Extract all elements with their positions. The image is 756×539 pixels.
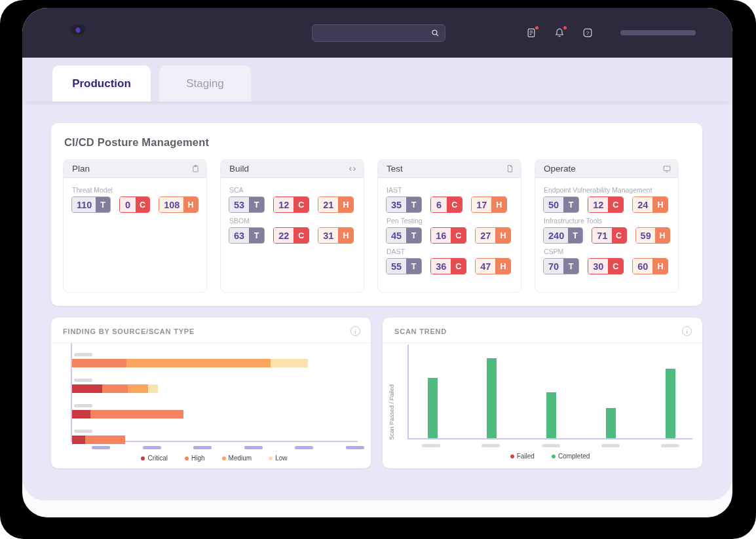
total-badge[interactable]: 53T xyxy=(229,196,265,213)
total-badge[interactable]: 70T xyxy=(543,258,579,274)
badge-value: 27 xyxy=(476,228,495,243)
legend-label: Failed xyxy=(517,453,535,460)
high-badge[interactable]: 17H xyxy=(471,196,507,213)
high-badge[interactable]: 31H xyxy=(318,227,354,244)
metric-row: Endpoint Vulnerability Management50T12C2… xyxy=(543,186,670,213)
notification-dot xyxy=(535,26,539,29)
critical-badge[interactable]: 12C xyxy=(273,196,309,213)
critical-badge[interactable]: 12C xyxy=(588,196,624,213)
card-header: Test xyxy=(378,160,521,178)
bar-segment-high xyxy=(102,384,128,393)
total-badge[interactable]: 63T xyxy=(229,227,265,244)
badge-value: 35 xyxy=(387,197,406,212)
info-icon[interactable]: i xyxy=(682,326,692,336)
badge-value: 45 xyxy=(387,228,406,243)
critical-badge[interactable]: 71C xyxy=(592,227,626,244)
user-menu-placeholder[interactable] xyxy=(620,30,696,35)
card-title: Plan xyxy=(72,164,90,174)
badge-letter: H xyxy=(652,259,668,274)
card-header: Operate xyxy=(535,160,678,178)
bell-icon[interactable] xyxy=(554,27,565,39)
legend-dot xyxy=(510,455,514,458)
tab-staging[interactable]: Staging xyxy=(159,65,251,102)
metric-badges: 63T22C31H xyxy=(229,227,356,244)
total-badge[interactable]: 50T xyxy=(543,196,579,213)
svg-text:?: ? xyxy=(586,30,590,36)
critical-badge[interactable]: 36C xyxy=(430,258,466,274)
scan-trend-chart: Scan Passed / Failed FailedCompleted xyxy=(383,343,702,460)
findings-legend: CriticalHighMediumLow xyxy=(71,455,358,462)
metric-label: Threat Model xyxy=(72,186,198,194)
tasks-icon[interactable] xyxy=(525,27,537,39)
charts-row: FINDING BY SOURCE/SCAN TYPE i CriticalHi… xyxy=(51,318,702,468)
badge-letter: T xyxy=(249,228,264,243)
trend-plot xyxy=(407,344,692,439)
posture-card-build: BuildSCA53T12C21HSBOM63T22C31H xyxy=(220,159,364,293)
critical-badge[interactable]: 16C xyxy=(430,227,466,244)
total-badge[interactable]: 45T xyxy=(386,227,422,244)
stacked-bar[interactable] xyxy=(72,384,358,393)
badge-value: 110 xyxy=(72,197,96,212)
badge-letter: T xyxy=(563,259,578,274)
bar-segment-high xyxy=(90,410,183,418)
metric-badges: 70T30C60H xyxy=(543,258,670,274)
search-icon[interactable] xyxy=(431,29,440,37)
high-badge[interactable]: 108H xyxy=(159,196,198,213)
bar-segment-medium xyxy=(128,384,148,393)
total-badge[interactable]: 110T xyxy=(71,196,111,213)
stacked-bar[interactable] xyxy=(72,436,358,444)
critical-badge[interactable]: 6C xyxy=(430,196,463,213)
metric-row: Infrastructure Tools240T71C59H xyxy=(543,217,670,244)
stacked-bar[interactable] xyxy=(72,359,358,367)
code-icon xyxy=(348,164,357,174)
search-input[interactable] xyxy=(312,29,431,38)
metric-row: Pen Testing45T16C27H xyxy=(386,217,513,244)
stacked-bar[interactable] xyxy=(72,410,358,418)
badge-letter: T xyxy=(406,197,421,212)
category-label-placeholder xyxy=(74,404,92,407)
high-badge[interactable]: 59H xyxy=(635,227,670,244)
legend-item-high: High xyxy=(185,455,205,462)
metric-row: SBOM63T22C31H xyxy=(229,217,356,244)
findings-bar-group xyxy=(72,353,358,367)
scan-trend-card: SCAN TREND i Scan Passed / Failed Failed… xyxy=(383,318,702,468)
tab-production[interactable]: Production xyxy=(52,65,151,102)
completed-bar[interactable] xyxy=(606,408,616,438)
critical-badge[interactable]: 30C xyxy=(588,258,624,274)
high-badge[interactable]: 47H xyxy=(475,258,511,274)
completed-bar[interactable] xyxy=(546,392,556,438)
total-badge[interactable]: 240T xyxy=(543,227,583,244)
help-icon[interactable]: ? xyxy=(582,27,594,39)
badge-value: 36 xyxy=(431,259,451,274)
completed-bar[interactable] xyxy=(666,369,675,438)
card-title: Build xyxy=(229,164,249,174)
legend-dot xyxy=(141,456,145,460)
completed-bar[interactable] xyxy=(487,358,497,438)
nav-actions: ? xyxy=(525,27,696,39)
badge-value: 30 xyxy=(588,259,608,274)
badge-value: 108 xyxy=(159,197,183,212)
high-badge[interactable]: 27H xyxy=(475,227,511,244)
info-icon[interactable]: i xyxy=(350,326,360,336)
total-badge[interactable]: 55T xyxy=(386,258,422,274)
badge-value: 63 xyxy=(229,228,249,243)
critical-badge[interactable]: 0C xyxy=(119,196,150,213)
x-tick-placeholder xyxy=(346,446,364,449)
posture-panel: CI/CD Posture Management PlanThreat Mode… xyxy=(51,123,702,306)
dashboard-main: CI/CD Posture Management PlanThreat Mode… xyxy=(22,102,732,468)
legend-item-medium: Medium xyxy=(222,455,252,462)
legend-label: Critical xyxy=(147,455,168,462)
badge-letter: C xyxy=(608,197,623,212)
high-badge[interactable]: 21H xyxy=(318,196,354,213)
completed-bar[interactable] xyxy=(428,378,438,438)
critical-badge[interactable]: 22C xyxy=(273,227,309,244)
badge-letter: T xyxy=(249,197,264,212)
app-logo-icon[interactable] xyxy=(68,23,88,43)
high-badge[interactable]: 60H xyxy=(632,258,668,274)
high-badge[interactable]: 24H xyxy=(632,196,668,213)
chart-header: SCAN TREND i xyxy=(383,318,702,343)
x-tick-placeholder xyxy=(143,446,161,449)
total-badge[interactable]: 35T xyxy=(386,196,422,213)
legend-label: High xyxy=(191,455,205,462)
badge-value: 240 xyxy=(544,228,568,243)
